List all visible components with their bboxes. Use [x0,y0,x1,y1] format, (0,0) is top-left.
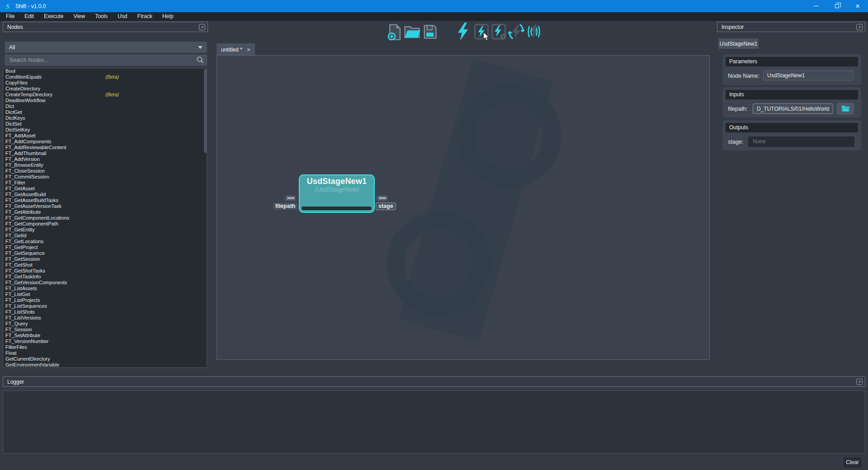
list-item[interactable]: FT_GetShotTasks [3,268,207,274]
filepath-input[interactable] [753,103,833,114]
list-item[interactable]: FT_ListAssets [3,286,207,291]
menu-item[interactable]: Execute [39,12,68,21]
list-item[interactable]: FT_GetEntity [3,227,207,233]
node-type-label: FT_ListShots [5,309,35,315]
float-panel-icon[interactable] [856,24,863,30]
close-button[interactable]: × [847,0,868,12]
input-port-label[interactable]: filepath [273,203,297,210]
search-input[interactable] [5,55,207,66]
node-type-label: GetCurrentDirectory [5,356,50,362]
list-item[interactable]: FT_GetAttribute [3,209,207,215]
list-item[interactable]: FT_GetSession [3,256,207,262]
tab-close-icon[interactable]: × [247,47,250,53]
node-name-input[interactable] [763,70,854,80]
minimize-button[interactable] [806,0,826,12]
usd-stage-new-node[interactable]: UsdStageNew1 (UsdStageNew) [299,174,375,213]
list-item[interactable]: FT_GetSequence [3,250,207,256]
list-item[interactable]: FT_GetTaskInfo [3,274,207,280]
node-graph-canvas[interactable]: UsdStageNew1 (UsdStageNew) >>> filepath … [217,55,710,360]
list-item[interactable]: FT_GetAssetVersionTask [3,203,207,209]
float-panel-icon[interactable] [199,24,205,30]
list-item[interactable]: FT_Session [3,327,207,333]
list-item[interactable]: FT_ListGet [3,291,207,297]
list-item[interactable]: FT_GetAssetBuildTasks [3,197,207,203]
list-item[interactable]: DictSet [3,121,207,127]
list-item[interactable]: DictSetKey [3,127,207,133]
output-port-connector[interactable]: >>> [377,195,388,201]
float-panel-icon[interactable] [856,379,863,385]
menu-item[interactable]: Usd [113,12,132,21]
window-title: Shift - v1.0.0 [15,3,46,9]
list-item[interactable]: FT_CommitSession [3,174,207,180]
editor-tab[interactable]: untitled * × [217,43,255,56]
list-item[interactable]: CreateDirectory [3,86,207,92]
menu-item[interactable]: File [1,12,19,21]
save-scene-icon[interactable] [423,24,437,39]
list-item[interactable]: GetEnvironmentVariable [3,362,207,368]
open-scene-icon[interactable] [404,25,421,39]
menu-bar: FileEditExecuteViewToolsUsdFtrackHelp [0,12,868,21]
menu-item[interactable]: Ftrack [132,12,157,21]
list-item[interactable]: FT_AddComponents [3,139,207,145]
node-filter-dropdown[interactable]: All [5,42,207,53]
list-item[interactable]: FT_Query [3,321,207,327]
list-item[interactable]: FT_ListShots [3,309,207,315]
list-item[interactable]: DictGet [3,109,207,115]
list-item[interactable]: Bool [3,68,207,74]
list-item[interactable]: Dict [3,103,207,109]
list-item[interactable]: FT_GetComponentPath [3,221,207,227]
list-item[interactable]: FT_ListSequences [3,303,207,309]
list-item[interactable]: FT_GetShot [3,262,207,268]
node-type-list[interactable]: Bool ConditionEquals (Beta) CopyFiles Cr… [3,68,207,368]
list-item[interactable]: FT_VersionNumber [3,338,207,344]
list-item[interactable]: FT_Filter [3,180,207,186]
list-item[interactable]: FT_GetVersionComponents [3,280,207,286]
list-item[interactable]: FT_AddThumbnail [3,150,207,156]
list-item[interactable]: FT_AddAsset [3,133,207,139]
menu-item[interactable]: View [68,12,90,21]
menu-item[interactable]: Edit [19,12,39,21]
list-item[interactable]: FT_SetAttribute [3,333,207,338]
execute-icon[interactable] [457,23,469,41]
list-item[interactable]: FT_ListVersions [3,315,207,321]
list-item[interactable]: FT_GetId [3,233,207,239]
menu-item[interactable]: Tools [90,12,113,21]
list-item[interactable]: FT_GetLocations [3,239,207,244]
logger-output [3,390,865,454]
soft-execute-icon[interactable] [508,23,524,40]
live-execute-icon[interactable] [526,24,542,39]
list-scrollbar-handle[interactable] [204,69,207,153]
list-item[interactable]: FT_AddReviewableContent [3,145,207,150]
list-item[interactable]: ConditionEquals (Beta) [3,74,207,80]
list-item[interactable]: FilterFiles [3,344,207,350]
menu-item[interactable]: Help [157,12,179,21]
list-item[interactable]: FT_GetComponentLocations [3,215,207,221]
inspector-node-tab[interactable]: UsdStageNew1 [718,38,759,49]
list-item[interactable]: FT_GetAsset [3,186,207,192]
execute-from-selected-icon[interactable] [491,24,506,40]
node-type-label: ConditionEquals [5,74,42,80]
node-type-label: DictSet [5,121,21,127]
browse-file-button[interactable] [836,103,854,115]
list-item[interactable]: FT_GetAssetBuild [3,192,207,197]
minimize-icon [814,6,819,6]
list-item[interactable]: CopyFiles [3,80,207,86]
input-port-connector[interactable]: >>> [285,195,296,201]
list-item[interactable]: FT_GetProject [3,244,207,250]
list-item[interactable]: FT_ListProjects [3,297,207,303]
list-item[interactable]: FT_BrowseEntity [3,162,207,168]
list-item[interactable]: CreateTempDirectory (Beta) [3,92,207,98]
node-type-label: FT_GetComponentPath [5,221,58,226]
list-item[interactable]: DictKeys [3,115,207,121]
output-port-label[interactable]: stage [376,203,396,210]
list-item[interactable]: GetCurrentDirectory [3,356,207,362]
clear-logger-button[interactable]: Clear [843,457,862,468]
restore-button[interactable] [826,0,847,12]
node-type-label: GetEnvironmentVariable [5,362,59,367]
logger-title: Logger [7,379,24,385]
list-item[interactable]: DeadlineWorkflow [3,98,207,103]
list-item[interactable]: FT_CloseSession [3,168,207,174]
list-item[interactable]: Float [3,350,207,356]
list-item[interactable]: FT_AddVersion [3,156,207,162]
new-scene-icon[interactable] [387,24,403,41]
